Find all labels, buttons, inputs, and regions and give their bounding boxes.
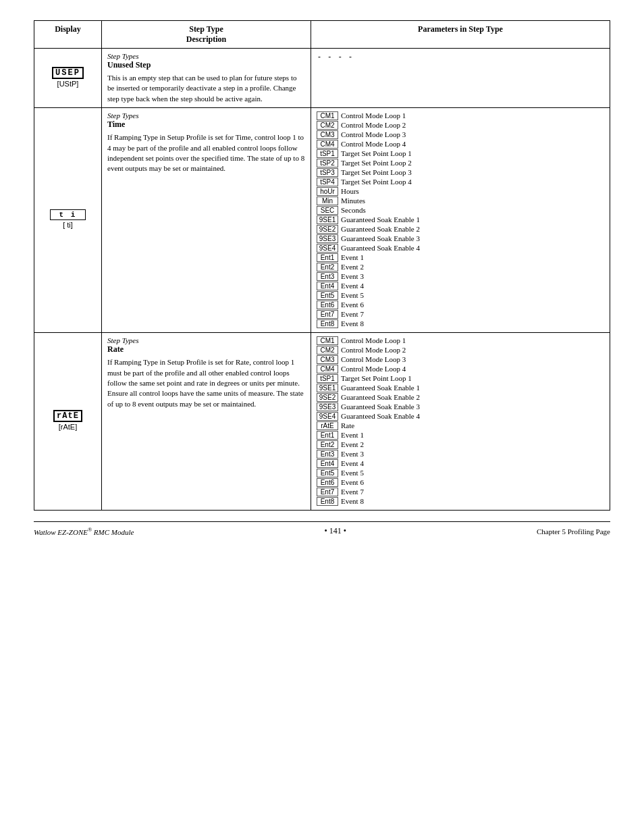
list-item: 9SE4Guaranteed Soak Enable 4 bbox=[317, 412, 604, 421]
list-item: Ent1Event 1 bbox=[317, 253, 604, 262]
param-label: Target Set Point Loop 3 bbox=[341, 168, 412, 176]
param-label: Guaranteed Soak Enable 2 bbox=[341, 393, 420, 401]
steptype-cell-rate-row: Step TypesRateIf Ramping Type in Setup P… bbox=[102, 333, 311, 511]
param-label: Guaranteed Soak Enable 4 bbox=[341, 412, 420, 420]
header-display: Display bbox=[34, 21, 102, 49]
list-item: Ent6Event 6 bbox=[317, 478, 604, 487]
footer: Watlow EZ-ZONE® RMC Module • 141 • Chapt… bbox=[34, 521, 610, 536]
list-item: Ent8Event 8 bbox=[317, 497, 604, 506]
list-item: Ent1Event 1 bbox=[317, 431, 604, 440]
row-ustp-row: USEP[UStP]Step TypesUnused StepThis is a… bbox=[34, 49, 610, 108]
list-item: 9SE3Guaranteed Soak Enable 3 bbox=[317, 234, 604, 243]
list-item: tSP2Target Set Point Loop 2 bbox=[317, 159, 604, 167]
param-label: Event 4 bbox=[341, 459, 364, 467]
param-label: Control Mode Loop 3 bbox=[341, 130, 406, 138]
header-steptype: Step TypeDescription bbox=[102, 21, 311, 49]
param-label: Hours bbox=[341, 187, 359, 195]
list-item: tSP4Target Set Point Loop 4 bbox=[317, 178, 604, 186]
list-item: Ent4Event 4 bbox=[317, 282, 604, 290]
param-label: Control Mode Loop 4 bbox=[341, 365, 406, 373]
params-cell-ustp-row: - - - - bbox=[311, 49, 610, 108]
list-item: SECSeconds bbox=[317, 206, 604, 215]
row-ti-row: t i [ ti]Step TypesTimeIf Ramping Type i… bbox=[34, 108, 610, 333]
list-item: tSP3Target Set Point Loop 3 bbox=[317, 168, 604, 177]
list-item: - - - - bbox=[317, 52, 604, 61]
footer-right: Chapter 5 Profiling Page bbox=[537, 527, 610, 536]
params-list: CM1Control Mode Loop 1CM2Control Mode Lo… bbox=[317, 111, 604, 328]
list-item: rAtERate bbox=[317, 421, 604, 430]
list-item: Ent2Event 2 bbox=[317, 440, 604, 449]
params-cell-ti-row: CM1Control Mode Loop 1CM2Control Mode Lo… bbox=[311, 108, 610, 333]
list-item: CM2Control Mode Loop 2 bbox=[317, 121, 604, 130]
list-item: CM1Control Mode Loop 1 bbox=[317, 111, 604, 120]
list-item: Ent6Event 6 bbox=[317, 301, 604, 309]
list-item: CM4Control Mode Loop 4 bbox=[317, 140, 604, 149]
params-list: CM1Control Mode Loop 1CM2Control Mode Lo… bbox=[317, 336, 604, 506]
param-label: Target Set Point Loop 1 bbox=[341, 149, 412, 157]
param-label: Event 7 bbox=[341, 310, 364, 318]
param-label: Target Set Point Loop 1 bbox=[341, 374, 412, 382]
row-rate-row: rAtE[rAtE]Step TypesRateIf Ramping Type … bbox=[34, 333, 610, 511]
params-cell-rate-row: CM1Control Mode Loop 1CM2Control Mode Lo… bbox=[311, 333, 610, 511]
param-label: Event 2 bbox=[341, 440, 364, 448]
param-label: Control Mode Loop 2 bbox=[341, 346, 406, 354]
param-label: Guaranteed Soak Enable 2 bbox=[341, 225, 420, 233]
list-item: hoUrHours bbox=[317, 187, 604, 196]
param-label: Event 3 bbox=[341, 450, 364, 458]
list-item: CM3Control Mode Loop 3 bbox=[317, 355, 604, 364]
list-item: MinMinutes bbox=[317, 197, 604, 205]
step-title: Time bbox=[107, 120, 305, 130]
param-label: Target Set Point Loop 2 bbox=[341, 159, 412, 167]
list-item: tSP1Target Set Point Loop 1 bbox=[317, 374, 604, 383]
param-label: Control Mode Loop 1 bbox=[341, 336, 406, 344]
param-label: Guaranteed Soak Enable 1 bbox=[341, 384, 420, 392]
footer-left: Watlow EZ-ZONE® RMC Module bbox=[34, 527, 134, 536]
display-cell-rate-row: rAtE[rAtE] bbox=[34, 333, 102, 511]
param-label: Event 4 bbox=[341, 282, 364, 290]
param-label: Control Mode Loop 3 bbox=[341, 355, 406, 363]
step-description: This is an empty step that can be used t… bbox=[107, 73, 305, 104]
param-label: Seconds bbox=[341, 206, 366, 214]
list-item: CM1Control Mode Loop 1 bbox=[317, 336, 604, 345]
param-label: Control Mode Loop 1 bbox=[341, 111, 406, 120]
list-item: 9SE2Guaranteed Soak Enable 2 bbox=[317, 225, 604, 234]
list-item: 9SE3Guaranteed Soak Enable 3 bbox=[317, 402, 604, 411]
list-item: Ent5Event 5 bbox=[317, 469, 604, 477]
step-description: If Ramping Type in Setup Profile is set … bbox=[107, 132, 305, 174]
list-item: CM3Control Mode Loop 3 bbox=[317, 130, 604, 139]
display-cell-ti-row: t i [ ti] bbox=[34, 108, 102, 333]
param-label: Event 3 bbox=[341, 272, 364, 280]
steptype-cell-ustp-row: Step TypesUnused StepThis is an empty st… bbox=[102, 49, 311, 108]
list-item: Ent5Event 5 bbox=[317, 291, 604, 300]
header-params: Parameters in Step Type bbox=[311, 21, 610, 49]
param-label: Guaranteed Soak Enable 1 bbox=[341, 215, 420, 224]
step-type-label: Step Types bbox=[107, 111, 305, 120]
step-type-label: Step Types bbox=[107, 336, 305, 344]
param-label: Event 5 bbox=[341, 469, 364, 477]
step-type-label: Step Types bbox=[107, 52, 305, 60]
param-label: Guaranteed Soak Enable 3 bbox=[341, 234, 420, 242]
param-label: Event 1 bbox=[341, 431, 364, 439]
params-list: - - - - bbox=[317, 52, 604, 61]
param-label: Rate bbox=[341, 421, 354, 429]
param-label: Event 7 bbox=[341, 488, 364, 496]
param-label: Control Mode Loop 4 bbox=[341, 140, 406, 148]
list-item: 9SE2Guaranteed Soak Enable 2 bbox=[317, 393, 604, 402]
param-label: Event 6 bbox=[341, 301, 364, 309]
param-label: Minutes bbox=[341, 197, 365, 205]
step-title: Unused Step bbox=[107, 60, 305, 70]
list-item: Ent3Event 3 bbox=[317, 272, 604, 281]
step-title: Rate bbox=[107, 344, 305, 355]
list-item: Ent4Event 4 bbox=[317, 459, 604, 468]
param-label: Guaranteed Soak Enable 4 bbox=[341, 244, 420, 252]
page-wrapper: Display Step TypeDescription Parameters … bbox=[34, 20, 610, 536]
list-item: CM4Control Mode Loop 4 bbox=[317, 365, 604, 373]
param-label: Event 2 bbox=[341, 263, 364, 271]
param-label: Target Set Point Loop 4 bbox=[341, 178, 412, 186]
param-label: Control Mode Loop 2 bbox=[341, 121, 406, 129]
footer-center: • 141 • bbox=[324, 526, 346, 536]
list-item: 9SE1Guaranteed Soak Enable 1 bbox=[317, 215, 604, 224]
list-item: Ent7Event 7 bbox=[317, 488, 604, 496]
param-label: Event 1 bbox=[341, 253, 364, 261]
list-item: CM2Control Mode Loop 2 bbox=[317, 346, 604, 355]
